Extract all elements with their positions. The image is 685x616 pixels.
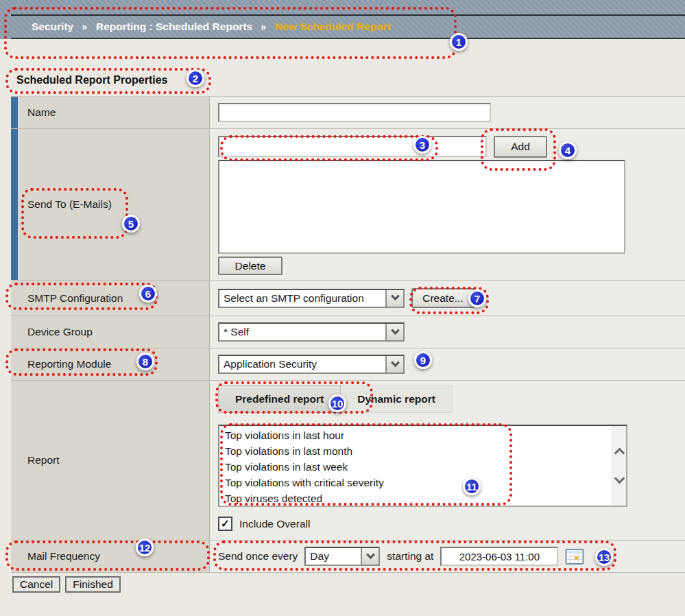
report-option[interactable]: Top violations in last hour — [225, 427, 605, 443]
breadcrumb-path[interactable]: Reporting : Scheduled Reports — [96, 21, 252, 33]
calendar-icon[interactable] — [565, 548, 584, 565]
email-input[interactable] — [218, 136, 487, 157]
delete-button[interactable]: Delete — [218, 257, 283, 275]
smtp-selected-value: Select an SMTP configuration — [224, 292, 364, 305]
row-strip — [11, 281, 18, 316]
checkmark-icon: ✓ — [221, 517, 230, 530]
chevron-down-icon — [385, 324, 403, 340]
report-option[interactable]: Top violations with critical severity — [225, 475, 605, 490]
device-group-select[interactable]: * Self — [218, 322, 405, 342]
row-strip — [11, 348, 18, 380]
row-send-to: Send To (E-Mails) Add Delete — [11, 129, 685, 281]
required-indicator — [11, 129, 18, 280]
annotation-badge-2: 2 — [187, 69, 204, 87]
include-overall-checkbox[interactable]: ✓ — [218, 517, 232, 531]
mail-frequency-label: Mail Frequency — [18, 541, 210, 572]
starting-at-label: starting at — [387, 550, 433, 562]
tab-predefined-report[interactable]: Predefined report — [218, 385, 341, 413]
finished-button[interactable]: Finished — [65, 576, 121, 593]
report-option[interactable]: Top viruses detected — [225, 490, 605, 506]
row-mail-frequency: Mail Frequency Send once every Day start… — [11, 541, 685, 573]
row-strip — [11, 541, 18, 572]
scroll-down-icon[interactable] — [614, 473, 625, 484]
report-option[interactable]: Top violations in last month — [225, 443, 605, 459]
breadcrumb-current: New Scheduled Report — [275, 21, 391, 33]
row-device-group: Device Group * Self — [11, 316, 685, 348]
required-indicator — [11, 97, 18, 128]
row-strip — [11, 316, 18, 348]
report-list-scrollbar[interactable] — [612, 426, 626, 506]
page-title: Scheduled Report Properties — [16, 74, 168, 86]
row-report: Report Predefined report Dynamic report … — [11, 381, 685, 541]
row-name: Name — [11, 97, 685, 129]
smtp-configuration-label: SMTP Configuration — [18, 281, 210, 316]
breadcrumb-separator: » — [82, 21, 88, 32]
start-datetime-input[interactable] — [440, 547, 558, 566]
reporting-module-select[interactable]: Application Security — [218, 355, 405, 374]
email-listbox[interactable] — [218, 160, 625, 254]
row-reporting-module: Reporting Module Application Security — [11, 348, 685, 381]
report-label: Report — [18, 381, 210, 540]
include-overall-label: Include Overall — [239, 518, 310, 530]
breadcrumb-section[interactable]: Security — [32, 21, 73, 33]
smtp-configuration-select[interactable]: Select an SMTP configuration — [218, 289, 405, 308]
footer-actions: Cancel Finished — [12, 576, 121, 593]
row-strip — [11, 381, 18, 540]
reporting-module-label: Reporting Module — [18, 348, 210, 380]
name-input[interactable] — [218, 103, 491, 122]
report-listbox[interactable]: Top violations in last hour Top violatio… — [218, 425, 627, 507]
report-option[interactable]: Top violations in last week — [225, 459, 605, 475]
row-smtp-configuration: SMTP Configuration Select an SMTP config… — [11, 281, 685, 316]
device-group-label: Device Group — [18, 316, 210, 348]
chevron-down-icon — [385, 290, 403, 307]
add-button[interactable]: Add — [494, 136, 547, 158]
create-smtp-button[interactable]: Create... — [411, 288, 474, 308]
name-label: Name — [18, 97, 210, 128]
device-group-selected-value: * Self — [224, 326, 249, 338]
send-to-label: Send To (E-Mails) — [18, 129, 210, 280]
frequency-period-select[interactable]: Day — [304, 547, 380, 566]
reporting-module-selected-value: Application Security — [224, 358, 317, 370]
frequency-period-value: Day — [310, 550, 329, 562]
breadcrumb-separator: » — [261, 21, 267, 32]
send-once-every-label: Send once every — [218, 550, 298, 562]
report-type-tabs: Predefined report Dynamic report — [218, 385, 685, 413]
chevron-down-icon — [385, 356, 403, 372]
scheduled-report-form: Name Send To (E-Mails) Add Delete SMTP C… — [11, 96, 685, 573]
cancel-button[interactable]: Cancel — [12, 576, 60, 593]
breadcrumb: Security » Reporting : Scheduled Reports… — [11, 14, 685, 39]
chevron-down-icon — [361, 548, 378, 565]
scroll-up-icon[interactable] — [614, 448, 625, 459]
tab-dynamic-report[interactable]: Dynamic report — [341, 385, 453, 413]
